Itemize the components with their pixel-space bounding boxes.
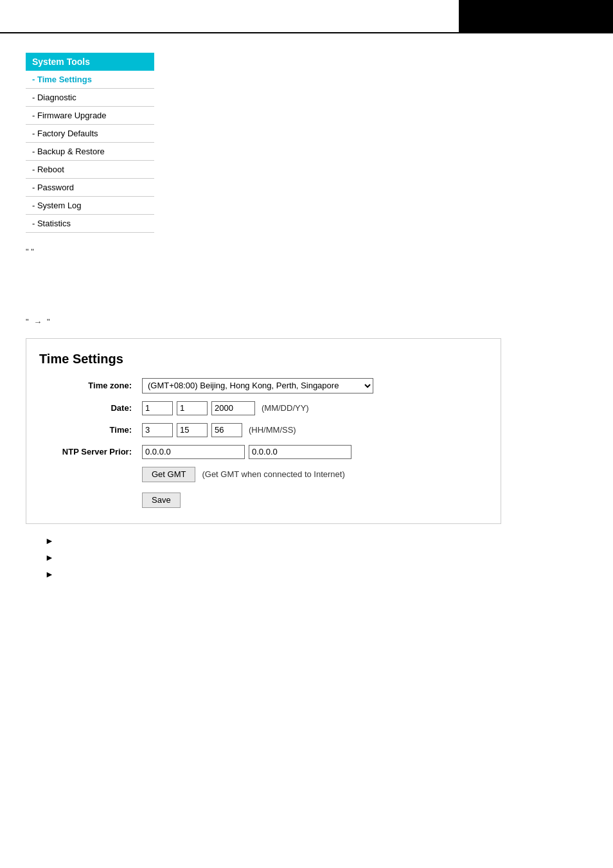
timezone-controls: (GMT+08:00) Beijing, Hong Kong, Perth, S…	[142, 378, 373, 393]
ntp-server2-input[interactable]	[249, 445, 351, 459]
form-title: Time Settings	[39, 352, 481, 366]
get-gmt-button[interactable]: Get GMT	[142, 467, 195, 482]
bullet-arrow-icon-1: ►	[45, 536, 54, 546]
get-gmt-controls: Get GMT (Get GMT when connected to Inter…	[142, 467, 345, 482]
time-controls: (HH/MM/SS)	[142, 423, 296, 437]
time-label: Time:	[39, 425, 142, 435]
bullet-arrow-icon-2: ►	[45, 552, 54, 563]
ntp-row: NTP Server Prior:	[39, 445, 481, 459]
timezone-row: Time zone: (GMT+08:00) Beijing, Hong Kon…	[39, 378, 481, 393]
sidebar-item-statistics[interactable]: - Statistics	[26, 215, 154, 233]
date-year-input[interactable]	[211, 401, 255, 415]
get-gmt-row: Get GMT (Get GMT when connected to Inter…	[39, 467, 481, 482]
save-button[interactable]: Save	[142, 493, 181, 508]
get-gmt-hint: (Get GMT when connected to Internet)	[202, 469, 344, 479]
time-minute-input[interactable]	[177, 423, 208, 437]
bullet-list: ► ► ►	[45, 536, 587, 579]
date-month-input[interactable]	[142, 401, 173, 415]
time-settings-form: Time Settings Time zone: (GMT+08:00) Bei…	[26, 338, 501, 524]
timezone-select[interactable]: (GMT+08:00) Beijing, Hong Kong, Perth, S…	[142, 378, 373, 393]
sidebar-item-firmware-upgrade[interactable]: - Firmware Upgrade	[26, 107, 154, 125]
bullet-item-2: ►	[45, 552, 587, 563]
sidebar-item-reboot[interactable]: - Reboot	[26, 161, 154, 179]
description-block-1: " "	[26, 246, 587, 259]
ntp-label: NTP Server Prior:	[39, 447, 142, 457]
date-controls: (MM/DD/YY)	[142, 401, 309, 415]
time-hour-input[interactable]	[142, 423, 173, 437]
ntp-server1-input[interactable]	[142, 445, 245, 459]
sidebar-item-time-settings[interactable]: - Time Settings	[26, 71, 154, 89]
top-bar-left	[0, 0, 459, 32]
nav-suffix: "	[47, 317, 50, 327]
nav-instruction: " → "	[26, 317, 587, 327]
bullet-item-3: ►	[45, 569, 587, 579]
save-row: Save	[39, 493, 481, 508]
date-row: Date: (MM/DD/YY)	[39, 401, 481, 415]
top-bar	[0, 0, 613, 33]
date-label: Date:	[39, 403, 142, 413]
main-content: System Tools - Time Settings - Diagnosti…	[0, 33, 613, 605]
sidebar-item-diagnostic[interactable]: - Diagnostic	[26, 89, 154, 107]
date-hint: (MM/DD/YY)	[262, 403, 309, 413]
sidebar-item-system-log[interactable]: - System Log	[26, 197, 154, 215]
bullet-arrow-icon-3: ►	[45, 569, 54, 579]
sidebar-item-backup-restore[interactable]: - Backup & Restore	[26, 143, 154, 161]
nav-prefix: "	[26, 317, 29, 327]
bullet-item-1: ►	[45, 536, 587, 546]
nav-arrow-icon: →	[33, 317, 42, 327]
sidebar-item-password[interactable]: - Password	[26, 179, 154, 197]
time-second-input[interactable]	[211, 423, 242, 437]
top-bar-right	[459, 0, 613, 32]
description-text-1: " "	[26, 247, 34, 257]
ntp-controls	[142, 445, 351, 459]
sidebar: System Tools - Time Settings - Diagnosti…	[26, 53, 154, 233]
time-row: Time: (HH/MM/SS)	[39, 423, 481, 437]
sidebar-header: System Tools	[26, 53, 154, 71]
time-hint: (HH/MM/SS)	[249, 425, 296, 435]
sidebar-item-factory-defaults[interactable]: - Factory Defaults	[26, 125, 154, 143]
timezone-label: Time zone:	[39, 381, 142, 390]
date-day-input[interactable]	[177, 401, 208, 415]
